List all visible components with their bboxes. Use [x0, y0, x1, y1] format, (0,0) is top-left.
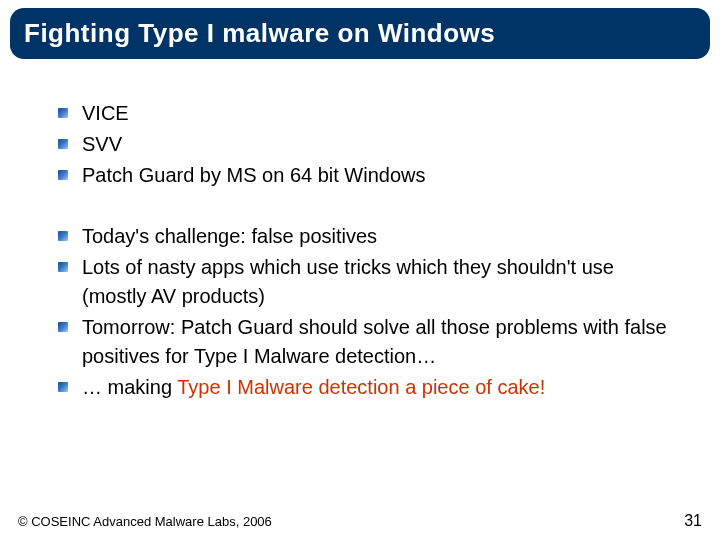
bullet-text: Today's challenge: false positives: [82, 225, 377, 247]
bullet-icon: [58, 322, 68, 332]
bullet-group-1: VICE SVV Patch Guard by MS on 64 bit Win…: [58, 99, 680, 190]
page-number: 31: [684, 512, 702, 530]
bullet-text: Patch Guard by MS on 64 bit Windows: [82, 164, 426, 186]
list-item: Lots of nasty apps which use tricks whic…: [58, 253, 680, 311]
bullet-icon: [58, 382, 68, 392]
bullet-group-2: Today's challenge: false positives Lots …: [58, 222, 680, 402]
slide-content: VICE SVV Patch Guard by MS on 64 bit Win…: [0, 59, 720, 402]
slide-footer: © COSEINC Advanced Malware Labs, 2006 31: [0, 512, 720, 530]
bullet-icon: [58, 108, 68, 118]
bullet-text-highlight: Type I Malware detection a piece of cake…: [177, 376, 545, 398]
bullet-text: VICE: [82, 102, 129, 124]
bullet-text-prefix: … making: [82, 376, 177, 398]
bullet-icon: [58, 139, 68, 149]
list-item: Tomorrow: Patch Guard should solve all t…: [58, 313, 680, 371]
list-item: VICE: [58, 99, 680, 128]
bullet-icon: [58, 262, 68, 272]
list-item: Today's challenge: false positives: [58, 222, 680, 251]
bullet-icon: [58, 170, 68, 180]
list-item: … making Type I Malware detection a piec…: [58, 373, 680, 402]
bullet-icon: [58, 231, 68, 241]
copyright-text: © COSEINC Advanced Malware Labs, 2006: [18, 514, 272, 529]
list-item: Patch Guard by MS on 64 bit Windows: [58, 161, 680, 190]
bullet-text: Lots of nasty apps which use tricks whic…: [82, 256, 614, 307]
list-item: SVV: [58, 130, 680, 159]
slide-title: Fighting Type I malware on Windows: [10, 8, 710, 59]
bullet-text: SVV: [82, 133, 122, 155]
bullet-text: Tomorrow: Patch Guard should solve all t…: [82, 316, 667, 367]
